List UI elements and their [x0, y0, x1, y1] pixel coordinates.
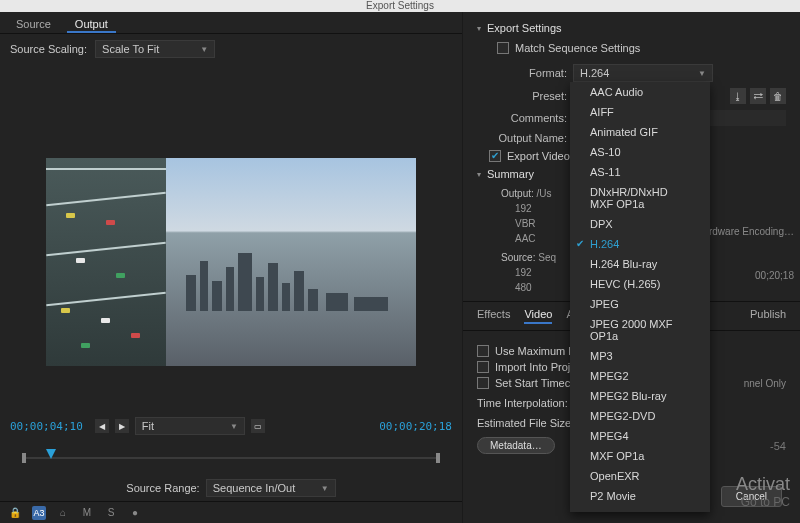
preset-delete-icon[interactable]: 🗑: [770, 88, 786, 104]
format-option[interactable]: DPX: [570, 214, 710, 234]
format-option[interactable]: MPEG2-DVD: [570, 406, 710, 426]
format-option[interactable]: MXF OP1a: [570, 446, 710, 466]
disclosure-down-icon: ▾: [477, 24, 481, 33]
tab-output[interactable]: Output: [67, 16, 116, 33]
match-sequence-checkbox[interactable]: [497, 42, 509, 54]
track-icons-row: 🔒 A3 ⌂ M S ●: [0, 501, 462, 523]
format-option[interactable]: AIFF: [570, 102, 710, 122]
comments-label: Comments:: [477, 112, 567, 124]
format-option[interactable]: JPEG: [570, 294, 710, 314]
format-option[interactable]: JPEG 2000 MXF OP1a: [570, 314, 710, 346]
output-name-label: Output Name:: [477, 132, 567, 144]
format-option[interactable]: P2 Movie: [570, 486, 710, 506]
format-dropdown[interactable]: AAC AudioAIFFAnimated GIFAS-10AS-11DNxHR…: [570, 82, 710, 512]
playhead[interactable]: [46, 449, 56, 465]
prev-frame-button[interactable]: ◀: [95, 419, 109, 433]
preview-left-frame: [46, 158, 166, 366]
export-settings-header[interactable]: ▾ Export Settings: [477, 22, 786, 34]
next-frame-button[interactable]: ▶: [115, 419, 129, 433]
hw-encoding-hint: ardware Encoding…: [703, 224, 794, 239]
preset-label: Preset:: [477, 90, 567, 102]
format-option[interactable]: MPEG4: [570, 426, 710, 446]
summary-title: Summary: [487, 168, 534, 180]
format-value: H.264: [580, 67, 609, 79]
home-icon[interactable]: ⌂: [56, 506, 70, 520]
timecode-out[interactable]: 00;00;20;18: [379, 420, 452, 433]
format-option[interactable]: AS-11: [570, 162, 710, 182]
audio-track-badge[interactable]: A3: [32, 506, 46, 520]
chevron-down-icon: ▼: [698, 69, 706, 78]
export-video-checkbox[interactable]: [489, 150, 501, 162]
chevron-down-icon: ▼: [230, 422, 238, 431]
est-size-label: Estimated File Size:: [477, 417, 574, 429]
format-option[interactable]: DNxHR/DNxHD MXF OP1a: [570, 182, 710, 214]
format-option[interactable]: PNG: [570, 506, 710, 512]
source-range-row: Source Range: Sequence In/Out ▼: [0, 473, 462, 501]
timecode-row: 00;00;04;10 ◀ ▶ Fit ▼ ▭ 00;00;20;18: [0, 409, 462, 443]
mute-icon[interactable]: M: [80, 506, 94, 520]
preview-area: [0, 64, 462, 409]
tab-effects[interactable]: Effects: [477, 308, 510, 324]
tab-publish[interactable]: Publish: [750, 308, 786, 324]
format-label: Format:: [477, 67, 567, 79]
preview-panel: Source Output Source Scaling: Scale To F…: [0, 12, 462, 523]
chevron-down-icon: ▼: [200, 45, 208, 54]
source-scaling-row: Source Scaling: Scale To Fit ▼: [0, 34, 462, 64]
format-option[interactable]: AS-10: [570, 142, 710, 162]
export-settings-title: Export Settings: [487, 22, 562, 34]
time-interp-label: Time Interpolation:: [477, 397, 568, 409]
tab-source[interactable]: Source: [8, 16, 59, 33]
format-option[interactable]: OpenEXR: [570, 466, 710, 486]
preset-import-icon[interactable]: ⮂: [750, 88, 766, 104]
set-start-tc-checkbox[interactable]: [477, 377, 489, 389]
window-title-bar: Export Settings: [0, 0, 800, 12]
source-scaling-label: Source Scaling:: [10, 43, 87, 55]
fit-select[interactable]: Fit ▼: [135, 417, 245, 435]
video-preview[interactable]: [46, 158, 416, 366]
preview-tabs: Source Output: [0, 12, 462, 34]
format-option[interactable]: Animated GIF: [570, 122, 710, 142]
format-option[interactable]: AAC Audio: [570, 82, 710, 102]
aspect-toggle-button[interactable]: ▭: [251, 419, 265, 433]
source-range-select[interactable]: Sequence In/Out ▼: [206, 479, 336, 497]
format-option[interactable]: HEVC (H.265): [570, 274, 710, 294]
metadata-button[interactable]: Metadata…: [477, 437, 555, 454]
format-select[interactable]: H.264 ▼: [573, 64, 713, 82]
lock-icon[interactable]: 🔒: [8, 506, 22, 520]
use-max-render-checkbox[interactable]: [477, 345, 489, 357]
chevron-down-icon: ▼: [321, 484, 329, 493]
out-point-handle[interactable]: [436, 453, 440, 463]
format-option[interactable]: MPEG2 Blu-ray: [570, 386, 710, 406]
in-point-handle[interactable]: [22, 453, 26, 463]
tab-video[interactable]: Video: [524, 308, 552, 324]
windows-activation-watermark: Activat Go to PC: [736, 474, 790, 509]
source-scaling-value: Scale To Fit: [102, 43, 159, 55]
preview-right-frame: [166, 158, 416, 366]
disclosure-down-icon: ▾: [477, 170, 481, 179]
format-option[interactable]: H.264: [570, 234, 710, 254]
format-option[interactable]: MP3: [570, 346, 710, 366]
timecode-in[interactable]: 00;00;04;10: [10, 420, 83, 433]
solo-icon[interactable]: S: [104, 506, 118, 520]
source-tc-hint: 00;20;18: [755, 268, 794, 283]
nnel-only-text: nnel Only: [744, 378, 786, 389]
match-sequence-label: Match Sequence Settings: [515, 42, 640, 54]
window-title: Export Settings: [366, 0, 434, 11]
timeline-slider[interactable]: [12, 443, 450, 473]
import-into-project-checkbox[interactable]: [477, 361, 489, 373]
neg54-text: -54: [770, 440, 786, 452]
export-video-label: Export Video: [507, 150, 570, 162]
source-scaling-select[interactable]: Scale To Fit ▼: [95, 40, 215, 58]
source-range-value: Sequence In/Out: [213, 482, 296, 494]
source-range-label: Source Range:: [126, 482, 199, 494]
format-option[interactable]: MPEG2: [570, 366, 710, 386]
voiceover-icon[interactable]: ●: [128, 506, 142, 520]
fit-value: Fit: [142, 420, 154, 432]
format-option[interactable]: H.264 Blu-ray: [570, 254, 710, 274]
preset-save-icon[interactable]: ⭳: [730, 88, 746, 104]
